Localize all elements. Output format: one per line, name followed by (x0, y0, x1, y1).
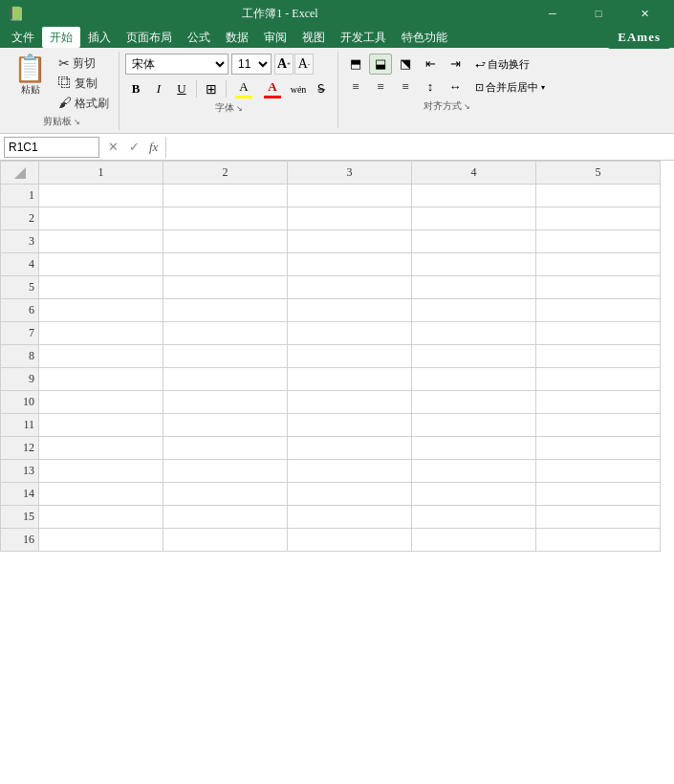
row-header-13[interactable]: 13 (1, 460, 39, 483)
merge-center-button[interactable]: ⊡ 合并后居中 ▾ (470, 76, 550, 98)
cell-r7c2[interactable] (163, 322, 288, 345)
cell-r8c5[interactable] (536, 345, 661, 368)
row-header-14[interactable]: 14 (1, 483, 39, 506)
font-expand-icon[interactable]: ↘ (236, 104, 243, 113)
cell-r13c4[interactable] (412, 460, 536, 483)
cell-r8c3[interactable] (288, 345, 412, 368)
cell-r7c5[interactable] (536, 322, 661, 345)
cell-r10c1[interactable] (39, 391, 163, 414)
cell-r6c3[interactable] (288, 299, 412, 322)
align-right-button[interactable]: ≡ (394, 76, 417, 98)
cell-r9c1[interactable] (39, 368, 163, 391)
cell-r11c1[interactable] (39, 414, 163, 437)
restore-button[interactable]: □ (576, 0, 620, 27)
cell-r14c2[interactable] (163, 483, 288, 506)
strikethrough-button[interactable]: S̶ (311, 78, 332, 99)
cell-r3c1[interactable] (39, 230, 163, 253)
alignment-expand-icon[interactable]: ↘ (464, 102, 470, 111)
menu-special[interactable]: 特色功能 (394, 27, 455, 48)
cell-r8c4[interactable] (412, 345, 536, 368)
cell-r16c5[interactable] (536, 529, 661, 552)
cell-r1c3[interactable] (288, 185, 412, 207)
copy-button[interactable]: ⿻ 复制 (54, 74, 113, 93)
menu-layout[interactable]: 页面布局 (119, 27, 180, 48)
cell-r1c4[interactable] (412, 185, 536, 207)
align-rtl-button[interactable]: ↔ (444, 76, 467, 98)
cell-r6c2[interactable] (163, 299, 288, 322)
cell-r9c4[interactable] (412, 368, 536, 391)
cell-r12c3[interactable] (288, 437, 412, 460)
cut-button[interactable]: ✂ 剪切 (54, 54, 113, 73)
cell-r11c2[interactable] (163, 414, 288, 437)
cell-r1c2[interactable] (163, 185, 288, 207)
cell-r16c2[interactable] (163, 529, 288, 552)
cell-r7c1[interactable] (39, 322, 163, 345)
align-top-right-button[interactable]: ⬔ (394, 54, 417, 75)
align-center-button[interactable]: ≡ (369, 76, 392, 98)
cell-r11c4[interactable] (412, 414, 536, 437)
formula-input[interactable] (170, 137, 670, 158)
menu-insert[interactable]: 插入 (80, 27, 119, 48)
align-direction-button[interactable]: ↕ (419, 76, 442, 98)
menu-view[interactable]: 视图 (294, 27, 333, 48)
font-color-button[interactable]: A (259, 78, 286, 99)
cell-r13c3[interactable] (288, 460, 412, 483)
cell-r15c2[interactable] (163, 506, 288, 529)
sheet-scroll[interactable]: 1 2 3 4 5 12345678910111 (0, 161, 674, 552)
cell-r1c1[interactable] (39, 185, 163, 207)
cell-r10c4[interactable] (412, 391, 536, 414)
cell-r14c5[interactable] (536, 483, 661, 506)
cell-r14c3[interactable] (288, 483, 412, 506)
col-header-4[interactable]: 4 (412, 162, 536, 185)
menu-review[interactable]: 审阅 (256, 27, 294, 48)
row-header-16[interactable]: 16 (1, 529, 39, 552)
cell-r6c1[interactable] (39, 299, 163, 322)
col-header-1[interactable]: 1 (39, 162, 163, 185)
font-size-select[interactable]: 11 (231, 54, 272, 75)
col-header-2[interactable]: 2 (163, 162, 288, 185)
cell-r3c5[interactable] (536, 230, 661, 253)
decrease-font-button[interactable]: A- (294, 54, 314, 75)
bold-button[interactable]: B (125, 78, 146, 99)
auto-wrap-button[interactable]: ⮐ 自动换行 (470, 54, 550, 75)
cell-r12c5[interactable] (536, 437, 661, 460)
cell-r12c1[interactable] (39, 437, 163, 460)
row-header-15[interactable]: 15 (1, 506, 39, 529)
row-header-2[interactable]: 2 (1, 207, 39, 230)
formula-cancel-button[interactable]: ✕ (103, 138, 122, 157)
row-header-7[interactable]: 7 (1, 322, 39, 345)
col-header-5[interactable]: 5 (536, 162, 661, 185)
align-left-button[interactable]: ≡ (344, 76, 367, 98)
row-header-4[interactable]: 4 (1, 253, 39, 276)
close-button[interactable]: ✕ (622, 0, 666, 27)
cell-r9c3[interactable] (288, 368, 412, 391)
cell-r2c1[interactable] (39, 207, 163, 230)
cell-r8c1[interactable] (39, 345, 163, 368)
cell-r2c5[interactable] (536, 207, 661, 230)
cell-r13c1[interactable] (39, 460, 163, 483)
cell-r3c2[interactable] (163, 230, 288, 253)
cell-r16c4[interactable] (412, 529, 536, 552)
phonetic-button[interactable]: wén (288, 78, 309, 99)
cell-r10c2[interactable] (163, 391, 288, 414)
fill-color-button[interactable]: A (230, 78, 257, 99)
cell-r4c4[interactable] (412, 253, 536, 276)
col-header-3[interactable]: 3 (288, 162, 412, 185)
cell-r12c4[interactable] (412, 437, 536, 460)
cell-r5c5[interactable] (536, 276, 661, 299)
row-header-9[interactable]: 9 (1, 368, 39, 391)
format-painter-button[interactable]: 🖌 格式刷 (54, 94, 113, 113)
cell-r2c2[interactable] (163, 207, 288, 230)
clipboard-expand-icon[interactable]: ↘ (74, 118, 80, 126)
menu-home[interactable]: 开始 (42, 27, 80, 48)
cell-r16c3[interactable] (288, 529, 412, 552)
align-top-center-button[interactable]: ⬓ (369, 54, 392, 75)
cell-r11c5[interactable] (536, 414, 661, 437)
cell-r2c3[interactable] (288, 207, 412, 230)
cell-r1c5[interactable] (536, 185, 661, 207)
menu-data[interactable]: 数据 (218, 27, 256, 48)
menu-developer[interactable]: 开发工具 (333, 27, 394, 48)
row-header-3[interactable]: 3 (1, 230, 39, 253)
row-header-12[interactable]: 12 (1, 437, 39, 460)
row-header-1[interactable]: 1 (1, 185, 39, 207)
